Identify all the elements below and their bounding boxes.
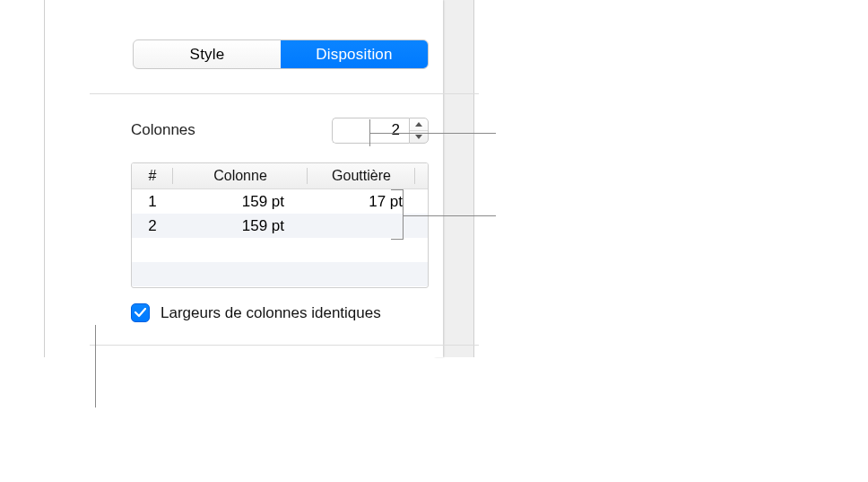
table-header-row: # Colonne Gouttière <box>132 163 428 189</box>
callout-leader <box>404 215 496 216</box>
columns-label: Colonnes <box>131 121 195 139</box>
table-row[interactable]: 2 159 pt <box>132 214 428 238</box>
style-disposition-tabs: Style Disposition <box>133 39 429 69</box>
equal-column-width-row: Largeurs de colonnes identiques <box>131 303 381 322</box>
section-divider <box>90 93 479 94</box>
columns-count-row: Colonnes <box>131 117 429 144</box>
cell-row2-num: 2 <box>132 217 173 235</box>
cell-row1-col: 159 pt <box>173 193 308 211</box>
callout-bracket <box>391 189 404 240</box>
tab-style[interactable]: Style <box>134 40 281 68</box>
tab-disposition[interactable]: Disposition <box>281 40 428 68</box>
table-header-colonne-label: Colonne <box>213 168 267 184</box>
callout-leader <box>370 133 496 134</box>
document-page-edge <box>434 0 443 357</box>
checkmark-icon <box>135 308 146 318</box>
columns-stepper-arrows <box>409 118 429 144</box>
table-header-num[interactable]: # <box>132 163 173 188</box>
equal-column-width-checkbox[interactable] <box>131 303 150 322</box>
chevron-down-icon <box>415 135 422 139</box>
table-header-gouttiere[interactable]: Gouttière <box>308 163 415 188</box>
cell-row1-num: 1 <box>132 193 173 211</box>
columns-step-up[interactable] <box>410 118 428 131</box>
tab-disposition-label: Disposition <box>316 46 392 64</box>
table-empty-row <box>132 238 428 262</box>
columns-stepper <box>332 118 429 144</box>
cell-row2-col: 159 pt <box>173 217 308 235</box>
inspector-panel: Style Disposition Colonnes # Colonne <box>45 0 434 368</box>
table-header-gouttiere-label: Gouttière <box>332 168 391 184</box>
callout-leader <box>95 325 96 408</box>
columns-count-input[interactable] <box>332 118 409 144</box>
table-row[interactable]: 1 159 pt 17 pt <box>132 189 428 214</box>
table-header-num-label: # <box>149 168 157 184</box>
equal-column-width-label: Largeurs de colonnes identiques <box>161 304 381 322</box>
table-header-colonne[interactable]: Colonne <box>173 163 308 188</box>
tab-style-label: Style <box>190 46 225 64</box>
column-widths-table: # Colonne Gouttière 1 159 pt 17 pt 2 159… <box>131 162 429 288</box>
chevron-up-icon <box>415 122 422 127</box>
section-divider <box>90 345 479 346</box>
table-empty-row <box>132 262 428 286</box>
